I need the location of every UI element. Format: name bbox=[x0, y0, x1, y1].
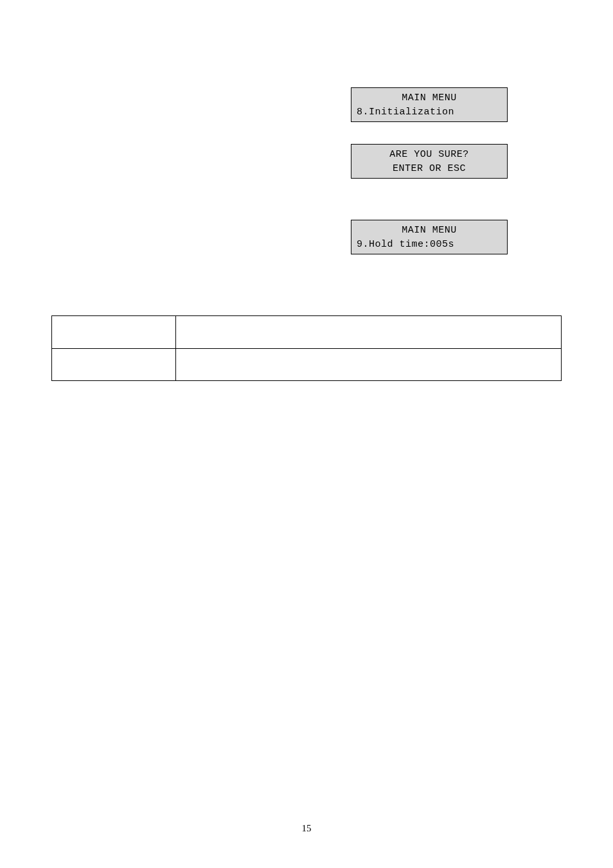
table-row bbox=[52, 348, 561, 380]
lcd-line-title: MAIN MENU bbox=[357, 91, 502, 105]
lcd-line-item: 9.Hold time:005s bbox=[357, 238, 502, 252]
page-number: 15 bbox=[0, 823, 613, 834]
table-row bbox=[52, 316, 561, 348]
lcd-display-confirm: ARE YOU SURE? ENTER OR ESC bbox=[351, 144, 508, 179]
table-cell-left bbox=[52, 316, 176, 348]
lcd-line-prompt: ARE YOU SURE? bbox=[357, 148, 502, 162]
table-cell-left bbox=[52, 349, 176, 380]
empty-table bbox=[51, 315, 562, 381]
lcd-display-hold-time: MAIN MENU 9.Hold time:005s bbox=[351, 220, 508, 254]
lcd-line-item: 8.Initialization bbox=[357, 105, 502, 120]
table-cell-right bbox=[176, 316, 561, 348]
table-cell-right bbox=[176, 349, 561, 380]
lcd-display-initialization: MAIN MENU 8.Initialization bbox=[351, 87, 508, 122]
lcd-line-title: MAIN MENU bbox=[357, 224, 502, 238]
lcd-line-options: ENTER OR ESC bbox=[357, 162, 502, 176]
